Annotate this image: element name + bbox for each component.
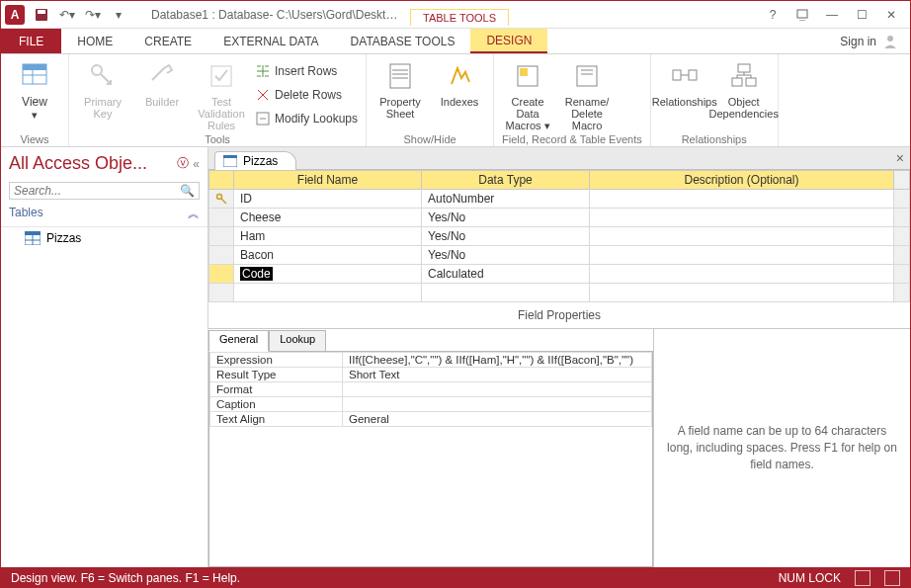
svg-rect-2 <box>797 10 807 18</box>
save-icon[interactable] <box>31 4 52 26</box>
svg-rect-21 <box>738 64 750 72</box>
numlock-indicator: NUM LOCK <box>779 571 841 585</box>
test-validation-button[interactable]: Test Validation Rules <box>196 56 247 131</box>
prop-name[interactable]: Result Type <box>210 368 343 382</box>
col-description[interactable]: Description (Optional) <box>590 171 894 190</box>
select-all-corner[interactable] <box>209 171 234 190</box>
data-type-cell[interactable]: Yes/No <box>422 209 590 227</box>
tab-home[interactable]: HOME <box>61 29 128 53</box>
prop-value[interactable]: General <box>343 412 652 427</box>
description-cell[interactable] <box>590 209 894 227</box>
primary-key-button[interactable]: Primary Key <box>77 56 128 120</box>
collapse-group-icon[interactable]: ︽ <box>188 206 200 222</box>
datasheet-view-icon[interactable] <box>855 570 870 586</box>
nav-collapse-icon[interactable]: « <box>193 157 200 171</box>
data-type-cell[interactable]: AutoNumber <box>422 190 590 209</box>
svg-point-3 <box>887 36 893 42</box>
create-data-macros-button[interactable]: Create Data Macros ▾ <box>502 56 553 131</box>
svg-rect-23 <box>746 78 756 86</box>
description-cell[interactable] <box>590 190 894 209</box>
window-title: Database1 : Database- C:\Users\Gord\Desk… <box>141 8 410 22</box>
search-input[interactable] <box>14 184 180 198</box>
field-name-cell[interactable]: Cheese <box>234 209 422 227</box>
row-selector[interactable] <box>209 284 234 302</box>
row-selector[interactable] <box>209 209 234 227</box>
relationships-button[interactable]: Relationships <box>659 56 710 108</box>
object-dependencies-button[interactable]: Object Dependencies <box>718 56 770 120</box>
design-view-icon[interactable] <box>884 570 900 586</box>
property-sheet-button[interactable]: Property Sheet <box>374 56 426 120</box>
group-tools-label: Tools <box>77 131 358 145</box>
description-cell[interactable] <box>590 265 894 284</box>
rename-delete-macro-button[interactable]: Rename/ Delete Macro <box>561 56 613 131</box>
field-name-cell[interactable]: Bacon <box>234 246 422 265</box>
main-area: All Access Obje... ⓥ « 🔍 Tables ︽ Pizzas… <box>1 147 910 567</box>
field-name-cell[interactable]: ID <box>234 190 422 209</box>
indexes-button[interactable]: Indexes <box>434 56 485 108</box>
prop-name[interactable]: Expression <box>210 353 343 368</box>
help-icon[interactable]: ? <box>758 4 787 26</box>
minimize-button[interactable]: — <box>817 4 847 26</box>
tab-database-tools[interactable]: DATABASE TOOLS <box>335 29 471 53</box>
tab-design[interactable]: DESIGN <box>470 29 547 53</box>
nav-search[interactable]: 🔍 <box>9 182 200 200</box>
modify-lookups-button[interactable]: Modify Lookups <box>255 108 358 129</box>
ribbon-options-icon[interactable] <box>787 4 817 26</box>
doc-close-button[interactable]: × <box>896 150 904 166</box>
svg-rect-29 <box>223 155 237 158</box>
field-properties-label: Field Properties <box>208 302 910 328</box>
nav-item-pizzas[interactable]: Pizzas <box>1 227 207 249</box>
row-selector[interactable] <box>209 227 234 246</box>
redo-icon[interactable]: ↷▾ <box>82 4 104 26</box>
col-data-type[interactable]: Data Type <box>422 171 590 190</box>
data-type-cell[interactable]: Calculated <box>422 265 590 284</box>
help-pane: A field name can be up to 64 characters … <box>653 329 910 567</box>
tab-create[interactable]: CREATE <box>128 29 207 53</box>
data-type-cell[interactable]: Yes/No <box>422 246 590 265</box>
insert-rows-button[interactable]: Insert Rows <box>255 60 358 82</box>
prop-name[interactable]: Caption <box>210 397 343 412</box>
description-cell[interactable] <box>590 246 894 265</box>
builder-button[interactable]: Builder <box>136 56 188 108</box>
row-selector[interactable] <box>209 265 234 284</box>
svg-rect-1 <box>38 10 45 14</box>
nav-title[interactable]: All Access Obje... <box>9 153 173 174</box>
delete-rows-button[interactable]: Delete Rows <box>255 84 358 106</box>
nav-group-tables[interactable]: Tables ︽ <box>1 202 207 227</box>
prop-value[interactable] <box>343 382 652 397</box>
prop-value[interactable] <box>343 397 652 412</box>
search-icon[interactable]: 🔍 <box>180 184 195 198</box>
field-name-cell[interactable]: Code <box>234 265 422 284</box>
maximize-button[interactable]: ☐ <box>847 4 876 26</box>
properties-grid[interactable]: ExpressionIIf([Cheese],"C","") & IIf([Ha… <box>209 352 652 427</box>
tab-general[interactable]: General <box>208 330 269 352</box>
tab-external-data[interactable]: EXTERNAL DATA <box>207 29 334 53</box>
validation-icon <box>206 60 237 92</box>
sign-in-link[interactable]: Sign in <box>828 29 910 53</box>
row-selector[interactable] <box>209 190 234 209</box>
qat-customize-icon[interactable]: ▾ <box>108 4 129 26</box>
close-button[interactable]: ✕ <box>876 4 906 26</box>
nav-dropdown-icon[interactable]: ⓥ <box>177 155 189 172</box>
doc-tab-pizzas[interactable]: Pizzas <box>214 151 296 170</box>
view-icon <box>19 60 50 92</box>
view-button[interactable]: View▾ <box>9 56 60 121</box>
document-area: Pizzas × Field Name Data Type Descriptio… <box>208 147 910 567</box>
tab-file[interactable]: FILE <box>1 29 61 53</box>
group-events-label: Field, Record & Table Events <box>502 131 642 145</box>
insert-rows-icon <box>255 63 271 79</box>
col-field-name[interactable]: Field Name <box>234 171 422 190</box>
group-relationships-label: Relationships <box>659 131 770 145</box>
description-cell[interactable] <box>590 227 894 246</box>
field-name-cell[interactable]: Ham <box>234 227 422 246</box>
prop-value[interactable]: Short Text <box>343 368 652 382</box>
prop-name[interactable]: Format <box>210 382 343 397</box>
design-grid[interactable]: Field Name Data Type Description (Option… <box>208 170 910 302</box>
tab-lookup[interactable]: Lookup <box>269 330 326 352</box>
data-type-cell[interactable]: Yes/No <box>422 227 590 246</box>
prop-name[interactable]: Text Align <box>210 412 343 427</box>
undo-icon[interactable]: ↶▾ <box>56 4 78 26</box>
row-selector[interactable] <box>209 246 234 265</box>
prop-value[interactable]: IIf([Cheese],"C","") & IIf([Ham],"H","")… <box>343 353 652 368</box>
group-views-label: Views <box>9 131 60 145</box>
